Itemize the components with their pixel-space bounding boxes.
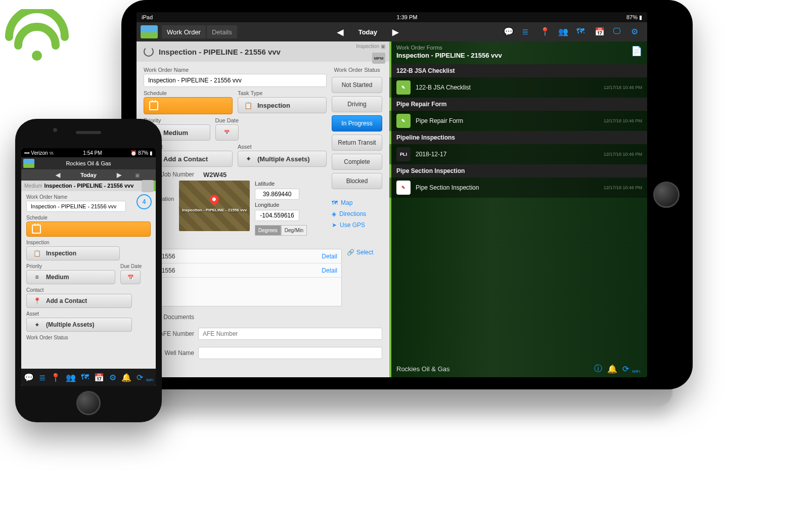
nav-next-icon[interactable]: ▶	[117, 171, 121, 179]
wifi-signal-decor	[4, 9, 70, 67]
inspection-button[interactable]: 📋 Inspection	[26, 246, 120, 260]
people-icon[interactable]: 👥	[66, 373, 76, 382]
asset-row[interactable]: ✕ 21556 Detail	[144, 249, 341, 263]
nav-prev-icon[interactable]: ◀	[337, 27, 343, 37]
ipad-screen: iPad 1:39 PM 87% ▮ Work Order Details ◀ …	[137, 12, 647, 377]
add-form-icon[interactable]: 📄	[631, 46, 642, 57]
wo-title: Inspection - PIPELINE - 21556 vvv	[44, 183, 134, 189]
sync-icon[interactable]: ⟳	[137, 373, 143, 382]
directions-link[interactable]: ◈Directions	[332, 210, 382, 217]
wo-name-input[interactable]	[144, 74, 327, 87]
gear-icon[interactable]: ⚙	[109, 373, 116, 382]
jobnum-value: W2W45	[199, 171, 227, 179]
ipad-home-button[interactable]	[653, 182, 680, 208]
status-complete[interactable]: Complete	[332, 154, 382, 170]
iphone-screen: ••• Verizon ᯾ 1:54 PM ⏰ 87% ▮ Rockies Oi…	[21, 148, 156, 386]
asset-icon: ⌖	[32, 320, 42, 330]
status-return-transit[interactable]: Return Transit	[332, 135, 382, 151]
contact-button[interactable]: 📍 Add a Contact	[26, 294, 132, 308]
gear-icon[interactable]: ⚙	[631, 27, 641, 37]
calendar-white-icon	[149, 101, 158, 110]
forms-count: 4	[143, 198, 146, 205]
nav-prev-icon[interactable]: ◀	[56, 171, 60, 179]
asset-select-link[interactable]: 🔗Select	[347, 249, 382, 256]
svg-point-0	[32, 51, 42, 61]
info-icon[interactable]: ⓘ	[594, 364, 602, 374]
duedate-button[interactable]: 📅	[120, 270, 141, 284]
app-logo[interactable]	[23, 159, 34, 168]
asset-detail-link[interactable]: Detail	[322, 267, 337, 274]
form-item[interactable]: ✎ 122-B JSA Checklist 12/17/18 10:46 PM	[389, 77, 647, 98]
deg-degmin[interactable]: Deg/Min	[281, 225, 307, 236]
chat-icon[interactable]: 💬	[504, 27, 514, 37]
mappin-icon[interactable]: 📍	[540, 27, 550, 37]
duedate-button[interactable]: 📅	[215, 124, 239, 141]
status-blocked[interactable]: Blocked	[332, 173, 382, 189]
directions-icon: ◈	[332, 210, 336, 217]
status-driving[interactable]: Driving	[332, 96, 382, 112]
presentation-icon[interactable]: 🖵	[613, 27, 623, 37]
people-icon[interactable]: 👥	[558, 27, 568, 37]
form-item-label: 122-B JSA Checklist	[416, 84, 471, 91]
chat-icon[interactable]: 💬	[24, 373, 34, 382]
lat-input[interactable]	[255, 189, 299, 200]
status-in-progress[interactable]: In Progress	[332, 115, 382, 131]
iphone-home-button[interactable]	[76, 391, 101, 415]
usegps-link[interactable]: ➤Use GPS	[332, 222, 382, 229]
map-icon[interactable]: 🗺	[81, 373, 89, 382]
calendar-icon[interactable]: 📅	[94, 373, 104, 382]
form-item[interactable]: ✎ Pipe Repair Form 12/17/18 10:46 PM	[389, 111, 647, 131]
duedate-label: Due Date	[120, 263, 151, 269]
wo-priority-tag: Medium	[24, 183, 42, 189]
avatar[interactable]	[142, 180, 154, 192]
breadcrumb-sub[interactable]: Details	[207, 25, 237, 38]
iphone-wo-header[interactable]: ▣ Medium Inspection - PIPELINE - 21556 v…	[21, 181, 156, 191]
list-icon[interactable]: ≣	[522, 27, 532, 37]
form-item[interactable]: ✎ Pipe Section Inspection 12/17/18 10:46…	[389, 178, 647, 198]
form-section-header: Pipe Section Inspection	[389, 164, 647, 178]
nav-today[interactable]: Today	[358, 28, 377, 36]
inspection-label: Inspection	[26, 240, 151, 245]
list-icon[interactable]: ≣	[39, 373, 46, 382]
map-link[interactable]: 🗺Map	[332, 199, 382, 206]
breadcrumb-root[interactable]: Work Order	[162, 25, 206, 38]
status-not-started[interactable]: Not Started	[332, 77, 382, 93]
status-label: Work Order Status	[332, 67, 382, 73]
wellname-input[interactable]	[198, 347, 382, 359]
map-pin-icon	[210, 195, 219, 204]
asset-button[interactable]: ⌖ (Multiple Assets)	[26, 318, 132, 332]
asset-button[interactable]: ⌖ (Multiple Assets)	[238, 151, 327, 167]
ipad-battery: 87% ▮	[626, 14, 642, 21]
form-timestamp: 12/17/18 10:46 PM	[604, 185, 642, 190]
priority-button[interactable]: ≡ Medium	[26, 270, 115, 284]
iphone-status-bar: ••• Verizon ᯾ 1:54 PM ⏰ 87% ▮	[21, 148, 156, 157]
asset-detail-link[interactable]: Detail	[322, 253, 337, 260]
calendar-icon[interactable]: 📅	[595, 27, 605, 37]
forms-header-title: Inspection - PIPELINE - 21556 vvv	[396, 52, 642, 59]
wo-name-input[interactable]	[26, 201, 126, 212]
forms-count-badge[interactable]: 4	[137, 194, 152, 209]
sync-icon[interactable]: ⟳	[622, 364, 629, 374]
map-icon[interactable]: 🗺	[576, 27, 587, 37]
tasktype-label: Task Type	[238, 90, 327, 96]
wo-detail-panel: Inspection - PIPELINE - 21556 vvv Inspec…	[137, 41, 389, 377]
form-item[interactable]: PLI 2018-12-17 12/17/18 10:46 PM	[389, 144, 647, 164]
refresh-icon[interactable]	[144, 47, 154, 57]
form-timestamp: 12/17/18 10:46 PM	[604, 152, 642, 157]
schedule-button[interactable]	[144, 97, 233, 114]
bell-icon[interactable]: 🔔	[121, 373, 131, 382]
deg-toggle[interactable]: Degrees Deg/Min	[255, 225, 307, 236]
map-thumbnail[interactable]: Inspection - PIPELINE - 21556 vvv	[179, 181, 250, 231]
schedule-button[interactable]	[26, 222, 151, 237]
nav-next-icon[interactable]: ▶	[392, 27, 398, 37]
bell-icon[interactable]: 🔔	[607, 364, 617, 374]
mappin-icon[interactable]: 📍	[51, 373, 61, 382]
wo-name-label: Work Order Name	[144, 67, 327, 73]
tasktype-button[interactable]: 📋 Inspection	[238, 97, 327, 113]
lon-input[interactable]	[255, 210, 299, 221]
app-logo[interactable]	[141, 25, 158, 38]
afe-input[interactable]	[198, 328, 382, 340]
asset-row[interactable]: ✕ 21556 Detail	[144, 263, 341, 278]
nav-today[interactable]: Today	[80, 172, 97, 178]
deg-degrees[interactable]: Degrees	[255, 225, 281, 236]
